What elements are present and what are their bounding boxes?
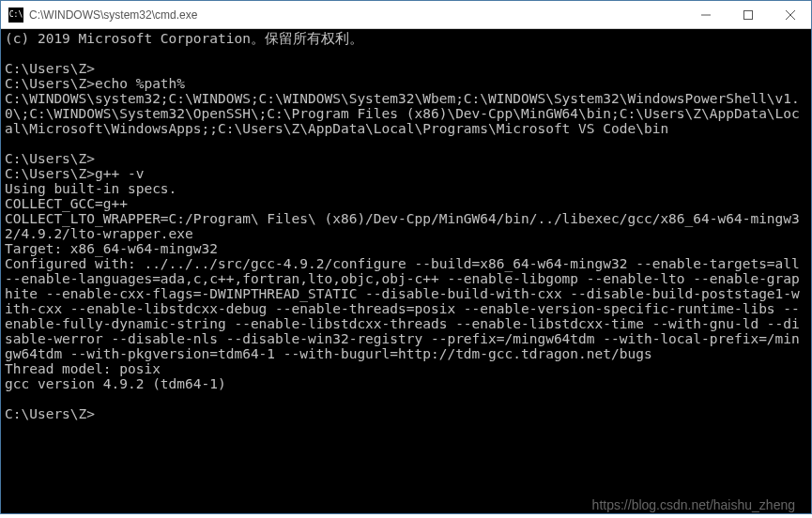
terminal-line: COLLECT_LTO_WRAPPER=C:/Program\ Files\ (…	[5, 211, 800, 241]
terminal-line: C:\WINDOWS\system32;C:\WINDOWS;C:\WINDOW…	[5, 91, 800, 136]
terminal-line: gcc version 4.9.2 (tdm64-1)	[5, 376, 226, 391]
terminal-line: Target: x86_64-w64-mingw32	[5, 241, 218, 256]
svg-rect-1	[743, 10, 752, 19]
cmd-icon: C:\	[8, 8, 23, 23]
terminal-line: Using built-in specs.	[5, 181, 176, 196]
close-button[interactable]	[769, 1, 811, 28]
terminal-line: COLLECT_GCC=g++	[5, 196, 128, 211]
terminal-line: Thread model: posix	[5, 361, 161, 376]
terminal-prompt: C:\Users\Z>	[5, 61, 95, 76]
terminal-prompt: C:\Users\Z>	[5, 406, 95, 421]
terminal-prompt: C:\Users\Z>	[5, 151, 95, 166]
minimize-button[interactable]	[684, 1, 727, 28]
terminal-prompt: C:\Users\Z>g++ -v	[5, 166, 144, 181]
maximize-button[interactable]	[727, 1, 769, 28]
titlebar[interactable]: C:\ C:\WINDOWS\system32\cmd.exe	[1, 1, 811, 29]
terminal-line: Configured with: ../../../src/gcc-4.9.2/…	[5, 256, 808, 361]
window-controls	[684, 1, 811, 28]
terminal-prompt: C:\Users\Z>echo %path%	[5, 76, 185, 91]
window-title: C:\WINDOWS\system32\cmd.exe	[29, 8, 684, 22]
cmd-window: C:\ C:\WINDOWS\system32\cmd.exe (c) 2019…	[0, 0, 812, 514]
terminal-output[interactable]: (c) 2019 Microsoft Corporation。保留所有权利。 C…	[1, 29, 811, 513]
terminal-line: (c) 2019 Microsoft Corporation。保留所有权利。	[5, 31, 363, 46]
watermark-text: https://blog.csdn.net/haishu_zheng	[592, 497, 795, 512]
